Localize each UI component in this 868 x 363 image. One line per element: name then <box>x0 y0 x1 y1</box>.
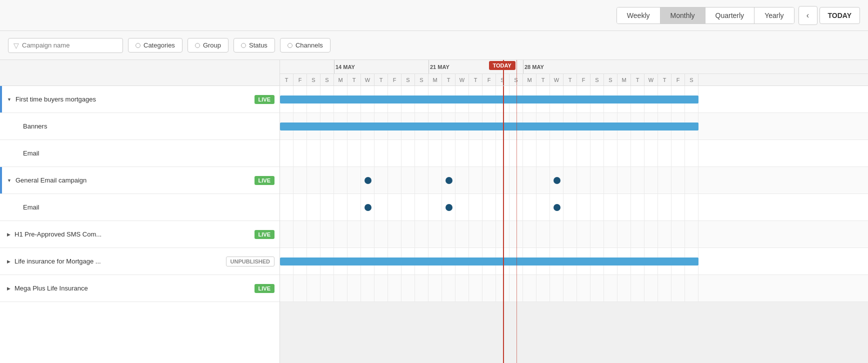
radio-icon <box>136 43 140 48</box>
prev-btn[interactable]: ‹ <box>798 6 818 25</box>
gantt-cell <box>456 275 469 302</box>
monthly-btn[interactable]: Monthly <box>660 8 706 24</box>
campaign-list: ▼First time buyers mortgagesLIVEBannersE… <box>0 86 280 302</box>
gantt-cell <box>564 221 577 248</box>
quarterly-btn[interactable]: Quarterly <box>706 8 755 24</box>
gantt-cell <box>294 167 307 194</box>
left-header <box>0 60 280 86</box>
group-btn[interactable]: Group <box>188 38 228 52</box>
day-label: T <box>442 74 456 86</box>
gantt-cell <box>631 140 644 166</box>
gantt-panel: 14 MAY21 MAY28 MAY TFSSMTWTFSSMTWTFSSMTW… <box>280 60 868 363</box>
day-label: M <box>523 74 536 86</box>
gantt-cell <box>536 221 550 248</box>
gantt-cell <box>550 140 564 166</box>
gantt-cell <box>307 167 320 194</box>
gantt-cell <box>644 140 658 166</box>
status-badge: LIVE <box>254 284 274 293</box>
status-btn[interactable]: Status <box>234 38 275 52</box>
gantt-cell <box>469 140 482 166</box>
sub-row[interactable]: Email <box>0 194 280 221</box>
gantt-cell <box>577 194 590 220</box>
gantt-cell <box>577 275 590 302</box>
day-label: T <box>348 74 361 86</box>
yearly-btn[interactable]: Yearly <box>754 8 794 24</box>
campaign-name: First time buyers mortgages <box>16 96 252 103</box>
gantt-cell <box>550 275 564 302</box>
gantt-cell <box>348 140 361 166</box>
gantt-dot <box>554 177 560 184</box>
gantt-cell <box>550 221 564 248</box>
gantt-rows <box>280 86 868 302</box>
gantt-cell <box>469 167 482 194</box>
weekly-btn[interactable]: Weekly <box>617 8 660 24</box>
gantt-cell <box>631 275 644 302</box>
gantt-cell <box>388 140 402 166</box>
filter-bar: ▽ Categories Group Status Channels <box>0 31 868 60</box>
gantt-cell <box>307 140 320 166</box>
day-label: T <box>280 74 294 86</box>
gantt-row <box>280 275 868 302</box>
gantt-cell <box>469 275 482 302</box>
gantt-cell <box>320 167 334 194</box>
week-label: 21 MAY <box>428 60 450 74</box>
gantt-cell <box>658 167 672 194</box>
gantt-cell <box>618 221 631 248</box>
day-label: S <box>307 74 320 86</box>
gantt-cell <box>361 221 374 248</box>
gantt-cell <box>280 275 294 302</box>
gantt-cell <box>523 275 536 302</box>
gantt-cell <box>348 194 361 220</box>
gantt-cell <box>523 221 536 248</box>
channels-btn[interactable]: Channels <box>280 38 330 52</box>
gantt-cell <box>374 194 388 220</box>
collapse-icon: ▼ <box>7 178 12 183</box>
gantt-cell <box>348 167 361 194</box>
gantt-cell <box>374 140 388 166</box>
status-badge: LIVE <box>254 230 274 239</box>
gantt-cell <box>672 221 685 248</box>
campaign-row[interactable]: ▶Mega Plus Life InsuranceLIVE <box>0 275 280 302</box>
search-input[interactable] <box>22 42 118 49</box>
gantt-cell <box>388 167 402 194</box>
gantt-cell <box>536 275 550 302</box>
campaign-row[interactable]: ▶Life insurance for Mortgage ...UNPUBLIS… <box>0 248 280 275</box>
gantt-cell <box>320 221 334 248</box>
gantt-cell <box>618 167 631 194</box>
sub-row[interactable]: Email <box>0 140 280 167</box>
campaign-name: Life insurance for Mortgage ... <box>14 258 223 265</box>
gantt-cell <box>523 167 536 194</box>
gantt-cell <box>523 140 536 166</box>
gantt-cell <box>428 275 442 302</box>
day-label: T <box>631 74 644 86</box>
campaign-row[interactable]: ▼First time buyers mortgagesLIVE <box>0 86 280 113</box>
gantt-cell <box>415 221 428 248</box>
day-label: T <box>536 74 550 86</box>
top-bar: Weekly Monthly Quarterly Yearly ‹ TODAY <box>0 0 868 31</box>
day-label: T <box>658 74 672 86</box>
radio-icon <box>195 43 200 48</box>
sub-row[interactable]: Banners <box>0 113 280 140</box>
gantt-cell <box>294 140 307 166</box>
gantt-cell <box>482 275 496 302</box>
day-label: W <box>644 74 658 86</box>
gantt-cell <box>685 140 698 166</box>
day-label: S <box>402 74 415 86</box>
gantt-cell <box>280 167 294 194</box>
gantt-cell <box>456 167 469 194</box>
day-label: S <box>590 74 604 86</box>
gantt-row <box>280 194 868 221</box>
gantt-cell <box>402 221 415 248</box>
day-label: S <box>604 74 618 86</box>
gantt-cell <box>590 221 604 248</box>
categories-btn[interactable]: Categories <box>128 38 182 52</box>
campaign-row[interactable]: ▼General Email campaignLIVE <box>0 167 280 194</box>
gantt-cell <box>536 167 550 194</box>
campaign-row[interactable]: ▶H1 Pre-Approved SMS Com...LIVE <box>0 221 280 248</box>
gantt-row <box>280 86 868 113</box>
gantt-dot <box>554 204 560 211</box>
gantt-cell <box>644 167 658 194</box>
gantt-cell <box>334 194 348 220</box>
today-btn[interactable]: TODAY <box>820 7 860 24</box>
gantt-cell <box>618 275 631 302</box>
